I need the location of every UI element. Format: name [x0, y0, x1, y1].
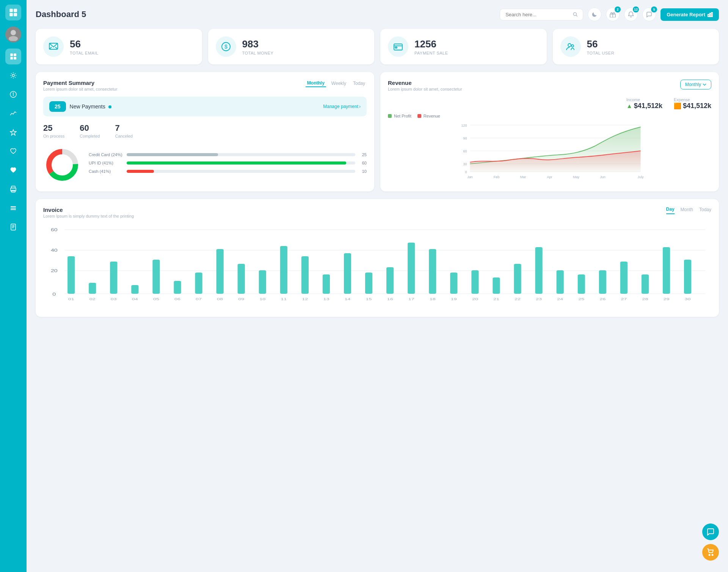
- svg-rect-2: [9, 13, 13, 16]
- bar-26: [599, 270, 606, 294]
- bell-btn[interactable]: 12: [624, 8, 638, 21]
- payment-summary-subtitle: Lorem ipsum dolor sit amet, consectetur: [43, 87, 118, 91]
- generate-report-button[interactable]: Generate Report: [661, 8, 719, 21]
- stat-card-email: 56 TOTAL EMAIL: [36, 29, 202, 64]
- payment-summary-title: Payment Summary: [43, 80, 118, 86]
- income-item: Income ▲ $41,512k: [626, 97, 662, 110]
- bar-row-cash: Cash (41%) 10: [89, 169, 367, 174]
- svg-rect-39: [395, 47, 397, 48]
- legend-revenue: Revenue: [417, 114, 440, 118]
- chat-badge: 5: [651, 6, 657, 13]
- float-cart-button[interactable]: [702, 544, 719, 561]
- sidebar-logo[interactable]: [5, 5, 21, 20]
- svg-text:Mar: Mar: [520, 175, 526, 179]
- bar-16: [386, 267, 394, 294]
- svg-text:26: 26: [599, 297, 606, 301]
- invoice-header: Invoice Lorem Ipsum is simply dummy text…: [43, 207, 711, 218]
- legend-dot-revenue: [417, 114, 421, 118]
- svg-text:27: 27: [621, 297, 627, 301]
- svg-text:14: 14: [344, 297, 350, 301]
- svg-text:10: 10: [259, 297, 265, 301]
- inv-tab-day[interactable]: Day: [666, 207, 675, 214]
- new-payments-left: 25 New Payments: [49, 101, 111, 112]
- chevron-down-icon: [703, 83, 706, 86]
- svg-text:15: 15: [366, 297, 372, 301]
- tab-monthly[interactable]: Monthly: [306, 80, 326, 87]
- bar-21: [493, 277, 500, 294]
- manage-payment-link[interactable]: Manage payment ›: [323, 104, 361, 109]
- float-cart-icon: [707, 548, 714, 556]
- stat-card-user: 56 TOTAL USER: [553, 29, 719, 64]
- svg-text:20: 20: [51, 269, 58, 273]
- canceled-stat: 7 Canceled: [115, 123, 132, 138]
- stat-card-payment: 1256 PAYMENT SALE: [380, 29, 547, 64]
- sidebar-item-info[interactable]: [5, 86, 21, 102]
- svg-rect-21: [11, 224, 16, 230]
- bar-03: [110, 262, 117, 294]
- sidebar-item-print[interactable]: [5, 181, 21, 197]
- stat-number-user: 56: [587, 38, 615, 50]
- svg-text:20: 20: [472, 297, 478, 301]
- search-input[interactable]: [505, 12, 570, 17]
- avatar[interactable]: [5, 27, 21, 42]
- inv-tab-today[interactable]: Today: [699, 207, 711, 214]
- svg-text:60: 60: [463, 149, 467, 153]
- payment-bars: Credit Card (24%) 25 UPI ID (41%) 60: [89, 152, 367, 177]
- sidebar-item-settings[interactable]: [5, 67, 21, 83]
- header-actions: 2 12 5 Generate Report: [500, 8, 719, 21]
- svg-text:08: 08: [217, 297, 223, 301]
- bar-24: [557, 270, 564, 294]
- svg-rect-3: [14, 13, 17, 16]
- payments-count-badge: 25: [49, 101, 66, 112]
- sidebar-item-dashboard[interactable]: [5, 49, 21, 64]
- svg-rect-29: [708, 14, 709, 17]
- theme-toggle-btn[interactable]: [588, 8, 601, 21]
- bell-icon: [628, 11, 634, 17]
- chat-icon: [646, 11, 652, 17]
- inv-tab-month[interactable]: Month: [681, 207, 693, 214]
- tab-weekly[interactable]: Weekly: [330, 80, 348, 87]
- svg-text:60: 60: [51, 228, 58, 232]
- float-chat-button[interactable]: [702, 523, 719, 540]
- bar-track-upi: [127, 161, 355, 165]
- chat-btn[interactable]: 5: [642, 8, 656, 21]
- svg-text:29: 29: [663, 297, 669, 301]
- svg-rect-1: [14, 9, 17, 12]
- payment-tabs: Monthly Weekly Today: [306, 80, 367, 87]
- svg-text:90: 90: [463, 136, 467, 140]
- svg-point-25: [573, 13, 576, 16]
- bar-17: [408, 243, 415, 294]
- search-box[interactable]: [500, 9, 583, 20]
- svg-text:May: May: [573, 175, 580, 179]
- sidebar-item-star[interactable]: [5, 124, 21, 140]
- svg-text:04: 04: [132, 297, 138, 301]
- payment-summary-titles: Payment Summary Lorem ipsum dolor sit am…: [43, 80, 118, 91]
- sidebar-item-heart[interactable]: [5, 143, 21, 159]
- payment-summary-card: Payment Summary Lorem ipsum dolor sit am…: [36, 72, 374, 191]
- invoice-chart-container: 60 40 20 0: [43, 224, 711, 309]
- bar-04: [131, 285, 138, 294]
- bar-19: [450, 273, 457, 294]
- bar-02: [89, 283, 96, 294]
- svg-text:09: 09: [238, 297, 244, 301]
- bar-09: [238, 264, 245, 294]
- bar-27: [620, 262, 628, 294]
- bar-06: [174, 281, 181, 294]
- revenue-tab-dropdown[interactable]: Monthly: [680, 80, 711, 89]
- tab-today[interactable]: Today: [351, 80, 367, 87]
- svg-text:17: 17: [408, 297, 414, 301]
- sidebar-item-menu[interactable]: [5, 200, 21, 216]
- svg-text:0: 0: [465, 170, 467, 174]
- sidebar-item-document[interactable]: [5, 219, 21, 235]
- stat-info-payment: 1256 PAYMENT SALE: [414, 38, 448, 55]
- sidebar-item-heart2[interactable]: [5, 162, 21, 178]
- svg-text:Apr: Apr: [547, 175, 552, 179]
- svg-text:24: 24: [557, 297, 563, 301]
- income-arrow-icon: ▲: [626, 103, 632, 110]
- svg-text:120: 120: [461, 124, 467, 127]
- payment-summary-header: Payment Summary Lorem ipsum dolor sit am…: [43, 80, 367, 91]
- sidebar-item-analytics[interactable]: [5, 105, 21, 121]
- svg-text:12: 12: [302, 297, 308, 301]
- gift-btn[interactable]: 2: [606, 8, 620, 21]
- svg-text:07: 07: [196, 297, 202, 301]
